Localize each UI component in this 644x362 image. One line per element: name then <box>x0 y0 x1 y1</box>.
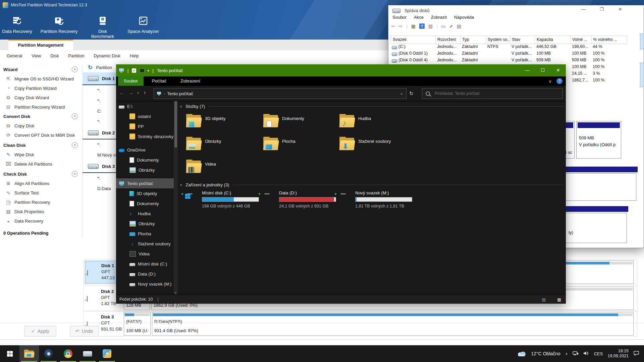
nav-item-plocha[interactable]: Plocha <box>116 229 174 239</box>
nav-item-stazene[interactable]: ↓Stažené soubory <box>116 239 174 249</box>
search-box[interactable] <box>422 88 563 99</box>
taskbar-chrome-button[interactable] <box>58 345 78 362</box>
collapse-icon[interactable]: ∧ <box>72 142 78 148</box>
nav-scrollbar[interactable]: ∨ <box>174 101 178 295</box>
view-list-icon[interactable]: ▦ <box>411 23 416 29</box>
disk3-partition-1[interactable]: (FAT32) 100 MB (U: <box>124 312 151 336</box>
nav-item-pp[interactable]: PP <box>116 121 174 131</box>
scroll-down-icon[interactable]: ∨ <box>174 291 177 294</box>
view-detail-icon[interactable]: ▥ <box>428 23 433 29</box>
menu-akce[interactable]: Akce <box>414 15 424 20</box>
space-analyzer-button[interactable]: Space Analyzer <box>127 15 160 34</box>
search-input[interactable] <box>434 91 556 96</box>
taskbar-steam-button[interactable]: ◉ <box>39 345 58 362</box>
up-icon[interactable]: ↑ <box>144 90 146 96</box>
data-recovery-button[interactable]: Data Recovery <box>2 15 32 34</box>
popup-icon[interactable]: ▭ <box>441 23 446 29</box>
sidebar-item-copy-partition-wizard[interactable]: ◔Copy Partition Wizard <box>0 83 83 93</box>
scrollbar-thumb[interactable] <box>174 101 177 147</box>
nav-item-3d-objekty[interactable]: 3D objekty <box>116 188 174 198</box>
nav-item-videa[interactable]: Videa <box>116 249 174 259</box>
nav-item-dokumenty[interactable]: Dokumenty <box>116 198 174 208</box>
disk-map-row-disk3[interactable]: Disk 3 GPT 931.51 GB (FAT32) 100 MB (U: … <box>83 311 637 337</box>
menu-napoveda[interactable]: Nápověda <box>454 15 474 20</box>
sidebar-item-disk-properties[interactable]: ▤Disk Properties <box>0 207 83 216</box>
sidebar-item-delete-all-partitions[interactable]: ⌧Delete All Partitions <box>0 159 83 169</box>
start-button[interactable] <box>0 345 19 362</box>
group-header-devices[interactable]: ∨ Zařízení a jednotky (3) <box>180 182 564 187</box>
volume-row[interactable]: (Disk 0 Oddíl 4) Jednodu... Základní V p… <box>390 58 627 64</box>
nav-item-hudba[interactable]: ♪Hudba <box>116 208 174 219</box>
apply-button[interactable]: ✓Apply <box>24 326 56 337</box>
breadcrumb[interactable]: Tento počítač <box>167 91 193 96</box>
sidebar-item-data-recovery[interactable]: ◒Data Recovery <box>0 216 83 226</box>
volume-row[interactable]: (Disk 0 Oddíl 1) Jednodu... Základní V p… <box>390 51 627 58</box>
volume-icon[interactable] <box>583 351 589 357</box>
folder-tile-3d-objekty[interactable]: 3D objekty <box>186 114 262 134</box>
sidebar-item-partition-recovery-wizard[interactable]: ⊟Partition Recovery Wizard <box>0 102 83 112</box>
menu-zobrazit[interactable]: Zobrazit <box>431 15 447 20</box>
refresh-icon[interactable]: ↻ <box>409 90 414 97</box>
nav-item-ostatni[interactable]: ostatní <box>116 111 174 121</box>
close-button[interactable]: ✕ <box>613 7 627 12</box>
help-icon[interactable]: ? <box>419 23 425 29</box>
disk-benchmark-button[interactable]: Disk Benchmark <box>87 15 119 39</box>
undo-button[interactable]: ↶Undo <box>70 326 99 337</box>
nav-item-onedrive[interactable]: OneDrive <box>116 145 174 155</box>
tab-zobrazeni[interactable]: Zobrazení <box>175 76 206 86</box>
taskbar-minitool-button[interactable]: ✦ <box>97 345 117 362</box>
collapse-icon[interactable]: ∧ <box>72 113 78 119</box>
address-dropdown-icon[interactable]: ∨ <box>400 92 403 96</box>
ribbon-expand-icon[interactable]: ∨ <box>548 79 552 84</box>
details-view-icon[interactable]: ▤ <box>542 297 546 302</box>
column-header[interactable]: Rozvržení <box>437 36 461 44</box>
close-button[interactable]: ✕ <box>550 64 566 76</box>
section-clean-disk[interactable]: Clean Disk∧ <box>0 140 83 150</box>
network-icon[interactable] <box>573 351 579 357</box>
disk-pane-partition[interactable]: 509 MB V pořádku (Oddíl p <box>576 121 621 159</box>
folder-tile-videa[interactable]: Videa <box>186 160 262 180</box>
disk3-partition-data[interactable]: D:Data(NTFS) 931.4 GB (Used: 97%) <box>152 312 634 336</box>
column-header[interactable]: Systém so... <box>488 36 510 44</box>
nav-item-novy-svazek-m[interactable]: Nový svazek (M:) <box>116 279 174 289</box>
sidebar-item-align-all-partitions[interactable]: ≣Align All Partitions <box>0 179 83 188</box>
minimize-button[interactable]: — <box>577 7 590 12</box>
column-header[interactable]: % volného ... <box>593 36 627 44</box>
collapse-icon[interactable]: ∧ <box>72 66 78 72</box>
disk-management-titlebar[interactable]: Správa disků <box>392 8 430 13</box>
tab-pocitac[interactable]: Počítač <box>146 76 172 86</box>
column-header[interactable]: Svazek <box>393 36 436 44</box>
taskbar-disk-management-button[interactable] <box>78 345 97 362</box>
sidebar-item-copy-disk[interactable]: ⧉Copy Disk <box>0 121 83 130</box>
folder-tile-hudba[interactable]: ♪ Hudba <box>339 114 415 134</box>
volume-row[interactable]: (C:) Jednodu... Základní NTFS V pořádk..… <box>390 44 627 51</box>
weather-label[interactable]: 12°C Oblačno <box>531 351 560 356</box>
nav-item-disk-c[interactable]: Místní disk (C:) <box>116 259 174 269</box>
section-check-disk[interactable]: Check Disk∧ <box>0 169 83 179</box>
nav-item-obrazky-od[interactable]: Obrázky <box>116 165 174 175</box>
partition-recovery-button[interactable]: Partition Recovery <box>39 15 79 34</box>
column-header[interactable]: Kapacita <box>537 36 571 44</box>
collapse-icon[interactable]: ∨ <box>180 183 182 187</box>
drive-tile-m[interactable]: Nový svazek (M:) 1,81 TB volných z 1,81 … <box>338 190 415 212</box>
qat-customize-icon[interactable]: ▾ <box>147 69 149 72</box>
language-indicator[interactable]: CES <box>594 351 603 356</box>
nav-item-data-d[interactable]: Data (D:) <box>116 269 174 279</box>
maximize-button[interactable]: ☐ <box>535 64 550 76</box>
quick-access-folder-icon[interactable] <box>140 68 145 73</box>
nav-item-snimky[interactable]: Snímky obrazovky <box>116 131 174 141</box>
forward-arrow-icon[interactable]: ⇨ <box>399 23 403 29</box>
sidebar-item-copy-disk-wizard[interactable]: ⧉Copy Disk Wizard <box>0 93 83 102</box>
forward-icon[interactable]: → <box>128 90 133 96</box>
menu-partition[interactable]: Partition <box>68 53 84 58</box>
minimize-button[interactable]: — <box>520 64 535 76</box>
folder-tile-stazene-soubory[interactable]: ⬇ Stažené soubory <box>339 137 415 157</box>
maximize-button[interactable]: ❐ <box>595 7 608 12</box>
nav-item-tento-pocitac[interactable]: Tento počítač <box>116 178 174 188</box>
tray-overflow-icon[interactable]: ∧ <box>565 352 568 356</box>
taskbar-explorer-button[interactable] <box>19 345 39 362</box>
column-header[interactable]: Volné ... <box>572 36 591 44</box>
back-arrow-icon[interactable]: ⇦ <box>391 23 395 29</box>
menu-help[interactable]: Help <box>130 53 139 58</box>
folder-tile-plocha[interactable]: Plocha <box>263 137 339 157</box>
